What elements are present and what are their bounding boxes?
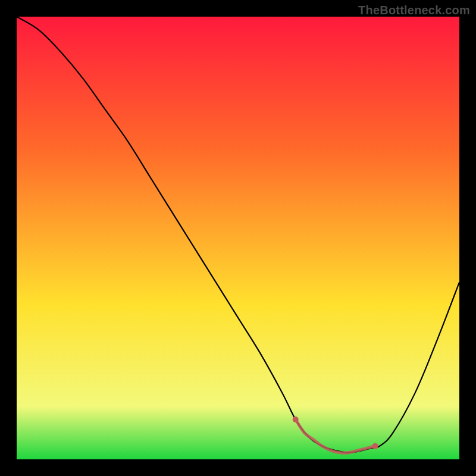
- plot-area: [17, 17, 459, 459]
- chart-root: TheBottleneck.com: [0, 0, 476, 476]
- optimum-end-dot: [372, 443, 378, 449]
- watermark-text: TheBottleneck.com: [358, 4, 470, 17]
- gradient-background: [17, 17, 459, 459]
- optimum-start-dot: [293, 416, 299, 422]
- chart-svg: [17, 17, 459, 459]
